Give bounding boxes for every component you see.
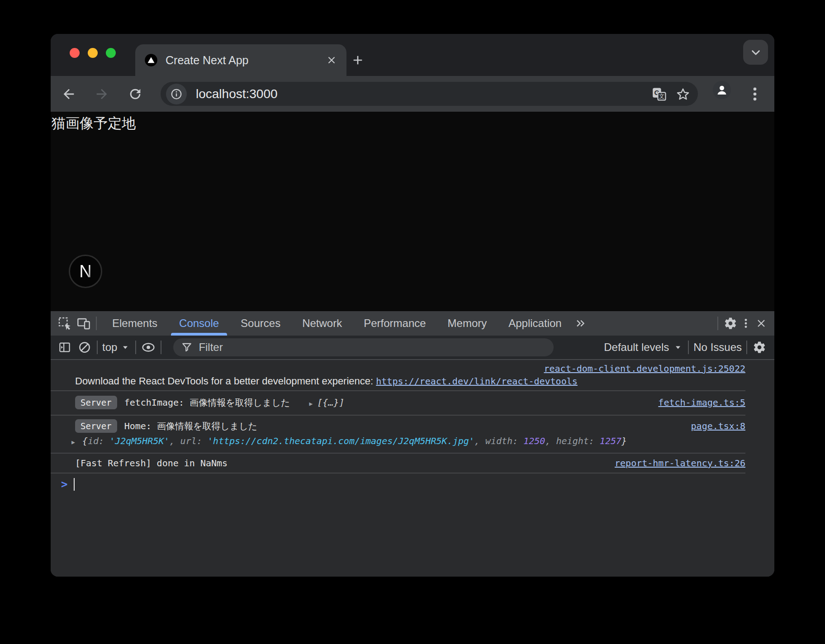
console-message-fast-refresh: [Fast Refresh] done in NaNms report-hmr-… — [51, 454, 745, 474]
server-badge: Server — [75, 396, 117, 409]
console-message-home: Server Home: 画像情報を取得しました page.tsx:8 ▶ {i… — [51, 416, 745, 454]
tab-memory[interactable]: Memory — [437, 311, 498, 336]
devtools-settings-icon[interactable] — [723, 316, 738, 331]
url-text: localhost:3000 — [196, 87, 651, 101]
react-devtools-link[interactable]: https://react.dev/link/react-devtools — [376, 376, 578, 387]
divider — [96, 317, 97, 330]
address-bar[interactable]: localhost:3000 G 文 — [161, 82, 698, 106]
expand-arrow-icon[interactable]: ▶ — [309, 398, 313, 410]
more-tabs-icon[interactable] — [573, 316, 588, 331]
filter-funnel-icon — [180, 341, 193, 354]
nextjs-dev-indicator[interactable]: N — [69, 255, 102, 288]
server-badge: Server — [75, 419, 117, 433]
tab-title: Create Next App — [166, 54, 326, 67]
tab-network[interactable]: Network — [291, 311, 353, 336]
console-prompt[interactable]: > — [51, 474, 745, 491]
desktop-background: Create Next App — [0, 0, 825, 644]
site-info-button[interactable] — [166, 84, 187, 104]
browser-menu-icon[interactable] — [747, 86, 763, 102]
browser-toolbar: localhost:3000 G 文 — [51, 76, 774, 112]
device-toolbar-icon[interactable] — [76, 316, 91, 331]
console-messages: react-dom-client.development.js:25022 Do… — [51, 360, 774, 577]
source-link[interactable]: react-dom-client.development.js:25022 — [544, 363, 745, 374]
live-expression-eye-icon[interactable] — [141, 340, 156, 355]
divider — [135, 341, 136, 354]
page-viewport: 猫画像予定地 N — [51, 112, 774, 311]
divider — [161, 341, 161, 354]
object-preview[interactable]: {id: 'J2qM5HR5K', url: 'https://cdn2.the… — [82, 435, 627, 447]
favicon-nextjs-icon — [144, 53, 158, 67]
tab-elements[interactable]: Elements — [101, 311, 168, 336]
devtools-tab-bar: Elements Console Sources Network Perform… — [51, 311, 774, 336]
array-preview: [{…}] — [317, 396, 344, 409]
devtools-menu-icon[interactable] — [738, 316, 754, 331]
context-selector[interactable]: top — [102, 341, 131, 354]
browser-window: Create Next App — [51, 34, 774, 577]
tab-console[interactable]: Console — [168, 311, 230, 336]
back-button[interactable] — [61, 86, 77, 102]
expand-arrow-icon[interactable]: ▶ — [71, 436, 75, 449]
tab-search-chevron-button[interactable] — [743, 40, 768, 65]
minimize-window-button[interactable] — [88, 48, 98, 58]
message-text: Home: 画像情報を取得しました — [124, 420, 258, 432]
divider — [717, 317, 718, 330]
translate-icon[interactable]: G 文 — [651, 85, 668, 103]
tab-application[interactable]: Application — [498, 311, 572, 336]
tab-close-icon[interactable] — [326, 54, 337, 66]
prompt-chevron-icon: > — [61, 478, 67, 491]
close-window-button[interactable] — [70, 48, 80, 58]
tab-performance[interactable]: Performance — [353, 311, 436, 336]
profile-avatar[interactable] — [713, 81, 731, 99]
console-toolbar: top Filter — [51, 336, 774, 360]
divider — [97, 341, 98, 354]
log-levels-dropdown[interactable]: Default levels — [604, 341, 683, 354]
svg-text:文: 文 — [659, 93, 665, 99]
devtools-panel: Elements Console Sources Network Perform… — [51, 311, 774, 577]
forward-button[interactable] — [94, 86, 110, 102]
zoom-window-button[interactable] — [106, 48, 116, 58]
bookmark-star-icon[interactable] — [674, 85, 692, 103]
console-sidebar-icon[interactable] — [57, 340, 72, 355]
divider — [688, 341, 689, 354]
nextjs-n-logo: N — [79, 262, 91, 281]
new-tab-button[interactable] — [350, 52, 366, 68]
tab-sources[interactable]: Sources — [230, 311, 291, 336]
filter-placeholder: Filter — [199, 341, 223, 354]
inspect-element-icon[interactable] — [57, 316, 72, 331]
message-text: Download the React DevTools for a better… — [75, 375, 376, 387]
window-controls — [70, 48, 116, 58]
console-message-react-devtools: react-dom-client.development.js:25022 Do… — [51, 360, 745, 391]
message-text: fetchImage: 画像情報を取得しました — [124, 396, 290, 409]
clear-console-icon[interactable] — [77, 340, 92, 355]
source-link[interactable]: fetch-image.ts:5 — [658, 396, 745, 409]
dropdown-arrow-icon — [673, 342, 683, 353]
devtools-close-icon[interactable] — [754, 316, 769, 331]
message-text: [Fast Refresh] done in NaNms — [75, 457, 228, 469]
text-cursor — [74, 478, 75, 491]
browser-tab[interactable]: Create Next App — [135, 44, 346, 76]
reload-button[interactable] — [127, 86, 143, 102]
divider — [746, 341, 747, 354]
console-filter-input[interactable]: Filter — [173, 338, 554, 356]
console-settings-icon[interactable] — [752, 340, 767, 355]
issues-counter[interactable]: No Issues — [693, 341, 742, 354]
source-link[interactable]: page.tsx:8 — [691, 420, 745, 432]
tab-strip: Create Next App — [51, 34, 774, 76]
source-link[interactable]: report-hmr-latency.ts:26 — [615, 457, 745, 469]
cat-image-placeholder-text: 猫画像予定地 — [52, 114, 136, 133]
dropdown-arrow-icon — [120, 342, 131, 353]
console-message-fetchimage: Server fetchImage: 画像情報を取得しました ▶ [{…}] f… — [51, 391, 745, 416]
